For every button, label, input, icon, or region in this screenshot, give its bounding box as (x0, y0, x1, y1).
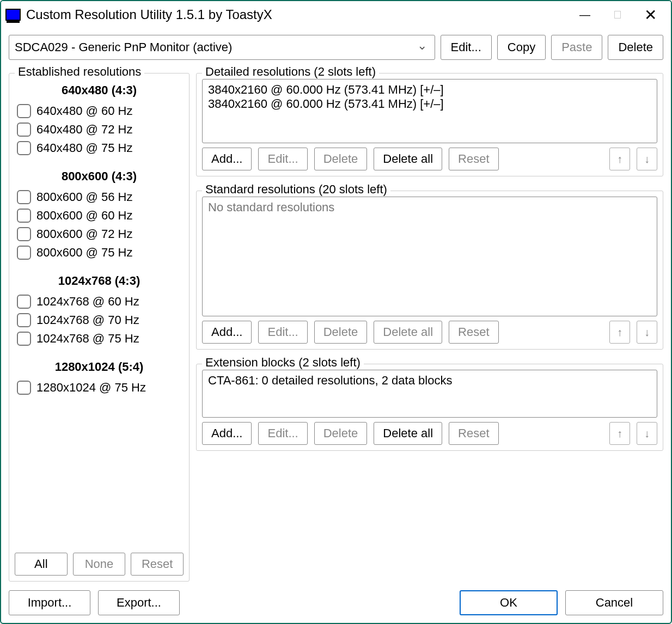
detailed-move-up-button[interactable]: ↑ (609, 148, 630, 170)
detailed-resolution-item[interactable]: 3840x2160 @ 60.000 Hz (573.41 MHz) [+/–] (208, 97, 651, 111)
extension-buttons: Add... Edit... Delete Delete all Reset ↑… (202, 422, 657, 445)
ok-button[interactable]: OK (460, 590, 558, 615)
detailed-edit-button[interactable]: Edit... (258, 148, 307, 170)
checkbox[interactable] (17, 332, 31, 346)
checkbox[interactable] (17, 381, 31, 395)
extension-move-down-button[interactable]: ↓ (637, 422, 657, 445)
export-button[interactable]: Export... (98, 590, 180, 615)
resolution-label: 800x600 @ 56 Hz (36, 190, 132, 204)
checkbox[interactable] (17, 246, 31, 260)
standard-delete-all-button[interactable]: Delete all (374, 321, 442, 344)
detailed-resolutions-group: Detailed resolutions (2 slots left) 3840… (196, 73, 663, 176)
delete-monitor-button[interactable]: Delete (608, 35, 663, 60)
checkbox[interactable] (17, 190, 31, 204)
standard-reset-button[interactable]: Reset (449, 321, 498, 344)
right-column: Detailed resolutions (2 slots left) 3840… (196, 73, 663, 582)
standard-resolutions-group: Standard resolutions (20 slots left) No … (196, 191, 663, 350)
paste-monitor-button[interactable]: Paste (551, 35, 602, 60)
app-icon (5, 9, 21, 21)
standard-add-button[interactable]: Add... (202, 321, 252, 344)
resolution-label: 1024x768 @ 70 Hz (36, 313, 139, 327)
copy-monitor-button[interactable]: Copy (497, 35, 546, 60)
resolution-checkbox-row[interactable]: 1024x768 @ 70 Hz (15, 311, 184, 329)
monitor-dropdown[interactable]: SDCA029 - Generic PnP Monitor (active) (9, 35, 435, 60)
established-list: 640x480 (4:3)640x480 @ 60 Hz640x480 @ 72… (15, 79, 184, 548)
resolution-checkbox-row[interactable]: 800x600 @ 75 Hz (15, 243, 184, 262)
resolution-label: 1024x768 @ 75 Hz (36, 332, 139, 346)
maximize-button[interactable] (601, 4, 634, 26)
standard-move-up-button[interactable]: ↑ (609, 321, 630, 344)
checkbox[interactable] (17, 123, 31, 137)
standard-move-down-button[interactable]: ↓ (637, 321, 657, 344)
titlebar: Custom Resolution Utility 1.5.1 by Toast… (1, 1, 671, 28)
extension-reset-button[interactable]: Reset (449, 422, 498, 445)
extension-block-item[interactable]: CTA-861: 0 detailed resolutions, 2 data … (208, 374, 651, 388)
resolution-checkbox-row[interactable]: 640x480 @ 75 Hz (15, 139, 184, 157)
standard-list[interactable]: No standard resolutions (202, 197, 657, 316)
extension-add-button[interactable]: Add... (202, 422, 252, 445)
resolution-label: 1024x768 @ 60 Hz (36, 295, 139, 309)
cancel-button[interactable]: Cancel (565, 590, 663, 615)
resolution-checkbox-row[interactable]: 640x480 @ 60 Hz (15, 102, 184, 120)
window-title: Custom Resolution Utility 1.5.1 by Toast… (26, 7, 569, 22)
checkbox[interactable] (17, 295, 31, 309)
established-title: Established resolutions (15, 65, 144, 79)
established-resolutions-group: Established resolutions 640x480 (4:3)640… (9, 73, 190, 582)
established-reset-button[interactable]: Reset (131, 553, 184, 576)
resolution-checkbox-row[interactable]: 1024x768 @ 60 Hz (15, 292, 184, 311)
resolution-checkbox-row[interactable]: 640x480 @ 72 Hz (15, 120, 184, 139)
resolution-checkbox-row[interactable]: 800x600 @ 60 Hz (15, 206, 184, 225)
import-button[interactable]: Import... (9, 590, 90, 615)
resolution-group-title: 640x480 (4:3) (15, 83, 184, 97)
close-button[interactable]: ✕ (634, 4, 667, 26)
checkbox[interactable] (17, 104, 31, 118)
detailed-title: Detailed resolutions (2 slots left) (202, 65, 379, 79)
checkbox[interactable] (17, 227, 31, 241)
detailed-reset-button[interactable]: Reset (449, 148, 498, 170)
established-none-button[interactable]: None (73, 553, 126, 576)
app-window: Custom Resolution Utility 1.5.1 by Toast… (0, 0, 672, 624)
resolution-label: 800x600 @ 72 Hz (36, 227, 132, 241)
minimize-button[interactable]: — (569, 4, 601, 26)
checkbox[interactable] (17, 209, 31, 223)
resolution-label: 640x480 @ 72 Hz (36, 123, 132, 137)
extension-delete-button[interactable]: Delete (314, 422, 368, 445)
footer-bar: Import... Export... OK Cancel (9, 587, 663, 615)
resolution-checkbox-row[interactable]: 800x600 @ 56 Hz (15, 188, 184, 206)
resolution-label: 640x480 @ 75 Hz (36, 141, 132, 155)
detailed-move-down-button[interactable]: ↓ (637, 148, 657, 170)
resolution-group-title: 1280x1024 (5:4) (15, 360, 184, 374)
client-area: SDCA029 - Generic PnP Monitor (active) E… (1, 28, 671, 623)
extension-delete-all-button[interactable]: Delete all (374, 422, 442, 445)
standard-delete-button[interactable]: Delete (314, 321, 368, 344)
standard-edit-button[interactable]: Edit... (258, 321, 307, 344)
checkbox[interactable] (17, 141, 31, 155)
resolution-group-title: 800x600 (4:3) (15, 169, 184, 183)
detailed-add-button[interactable]: Add... (202, 148, 252, 170)
edit-monitor-button[interactable]: Edit... (441, 35, 492, 60)
resolution-checkbox-row[interactable]: 1024x768 @ 75 Hz (15, 329, 184, 348)
monitor-dropdown-value: SDCA029 - Generic PnP Monitor (active) (15, 40, 232, 54)
main-area: Established resolutions 640x480 (4:3)640… (9, 65, 663, 582)
checkbox[interactable] (17, 313, 31, 327)
detailed-list[interactable]: 3840x2160 @ 60.000 Hz (573.41 MHz) [+/–]… (202, 79, 657, 143)
resolution-label: 800x600 @ 75 Hz (36, 246, 132, 260)
extension-list[interactable]: CTA-861: 0 detailed resolutions, 2 data … (202, 370, 657, 418)
monitor-toolbar: SDCA029 - Generic PnP Monitor (active) E… (9, 35, 663, 60)
standard-buttons: Add... Edit... Delete Delete all Reset ↑… (202, 321, 657, 344)
standard-title: Standard resolutions (20 slots left) (202, 182, 390, 197)
resolution-label: 1280x1024 @ 75 Hz (36, 381, 146, 395)
established-all-button[interactable]: All (15, 553, 68, 576)
extension-title: Extension blocks (2 slots left) (202, 356, 364, 370)
detailed-resolution-item[interactable]: 3840x2160 @ 60.000 Hz (573.41 MHz) [+/–] (208, 83, 651, 97)
resolution-checkbox-row[interactable]: 800x600 @ 72 Hz (15, 225, 184, 243)
resolution-checkbox-row[interactable]: 1280x1024 @ 75 Hz (15, 378, 184, 397)
resolution-label: 640x480 @ 60 Hz (36, 104, 132, 118)
detailed-delete-all-button[interactable]: Delete all (374, 148, 442, 170)
extension-blocks-group: Extension blocks (2 slots left) CTA-861:… (196, 364, 663, 451)
extension-move-up-button[interactable]: ↑ (609, 422, 630, 445)
detailed-delete-button[interactable]: Delete (314, 148, 368, 170)
resolution-label: 800x600 @ 60 Hz (36, 209, 132, 223)
detailed-buttons: Add... Edit... Delete Delete all Reset ↑… (202, 148, 657, 170)
extension-edit-button[interactable]: Edit... (258, 422, 307, 445)
